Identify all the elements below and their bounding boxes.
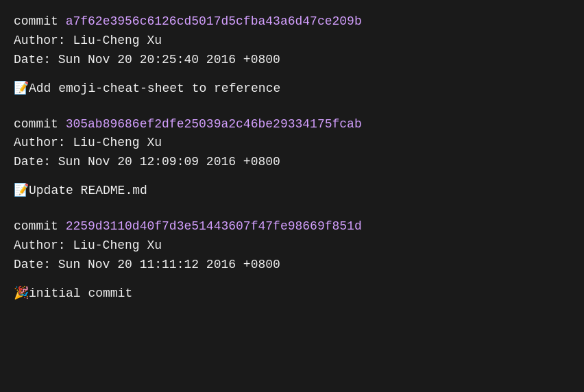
commit-message-text-3: initial commit — [29, 286, 132, 300]
git-log-container: commit a7f62e3956c6126cd5017d5cfba43a6d4… — [14, 12, 570, 304]
commit-emoji-3: 🎉 — [14, 286, 29, 300]
commit-hash-line-3: commit 2259d3110d40f7d3e51443607f47fe986… — [14, 217, 570, 236]
commit-keyword-1: commit — [14, 14, 66, 28]
commit-keyword-3: commit — [14, 219, 66, 233]
commit-author-line-1: Author: Liu-Cheng Xu — [14, 32, 570, 51]
date-label-1: Date: Sun Nov 20 20:25:40 2016 +0800 — [14, 53, 280, 66]
commit-keyword-2: commit — [14, 117, 66, 131]
commit-emoji-2: 📝 — [14, 184, 29, 197]
commit-hash-line-1: commit a7f62e3956c6126cd5017d5cfba43a6d4… — [14, 12, 570, 32]
commit-message-text-1: Add emoji-cheat-sheet to reference — [29, 82, 280, 95]
commit-emoji-1: 📝 — [14, 82, 29, 95]
date-label-2: Date: Sun Nov 20 12:09:09 2016 +0800 — [14, 155, 280, 169]
author-label-1: Author: Liu-Cheng Xu — [14, 34, 162, 47]
commit-message-3: 🎉initial commit — [14, 284, 570, 304]
author-label-2: Author: Liu-Cheng Xu — [14, 136, 162, 149]
commit-block-2: commit 305ab89686ef2dfe25039a2c46be29334… — [14, 115, 570, 201]
commit-date-line-3: Date: Sun Nov 20 11:11:12 2016 +0800 — [14, 256, 570, 275]
author-label-3: Author: Liu-Cheng Xu — [14, 238, 162, 252]
commit-message-1: 📝Add emoji-cheat-sheet to reference — [14, 79, 570, 99]
commit-message-2: 📝Update README.md — [14, 182, 570, 201]
commit-message-text-2: Update README.md — [29, 184, 147, 197]
commit-block-1: commit a7f62e3956c6126cd5017d5cfba43a6d4… — [14, 12, 570, 99]
commit-author-line-3: Author: Liu-Cheng Xu — [14, 236, 570, 256]
commit-block-3: commit 2259d3110d40f7d3e51443607f47fe986… — [14, 217, 570, 304]
commit-hash-1: a7f62e3956c6126cd5017d5cfba43a6d47ce209b — [66, 14, 362, 28]
commit-hash-line-2: commit 305ab89686ef2dfe25039a2c46be29334… — [14, 115, 570, 134]
commit-date-line-1: Date: Sun Nov 20 20:25:40 2016 +0800 — [14, 51, 570, 70]
commit-hash-2: 305ab89686ef2dfe25039a2c46be29334175fcab — [66, 117, 362, 131]
commit-hash-3: 2259d3110d40f7d3e51443607f47fe98669f851d — [66, 219, 362, 233]
commit-date-line-2: Date: Sun Nov 20 12:09:09 2016 +0800 — [14, 153, 570, 172]
date-label-3: Date: Sun Nov 20 11:11:12 2016 +0800 — [14, 258, 280, 271]
commit-author-line-2: Author: Liu-Cheng Xu — [14, 134, 570, 153]
